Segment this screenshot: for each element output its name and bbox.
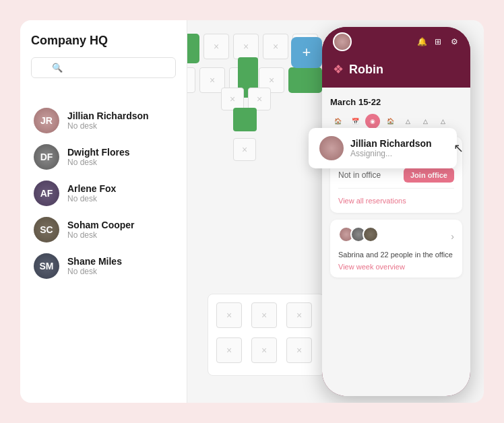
green-block-mid bbox=[233, 108, 257, 131]
assigning-tooltip: Jillian Richardson Assigning... ↖ bbox=[309, 128, 457, 168]
person-name-shane: Shane Miles bbox=[67, 256, 122, 267]
people-row: › bbox=[338, 226, 454, 247]
person-info-arlene: Arlene Fox No desk bbox=[67, 183, 116, 203]
avatar-arlene: AF bbox=[34, 181, 59, 206]
bg-x-4: × bbox=[216, 337, 242, 363]
robin-app-title: Robin bbox=[349, 63, 383, 77]
day-tab-1[interactable]: 🏠 bbox=[330, 114, 345, 129]
join-office-button[interactable]: Join office bbox=[404, 168, 454, 183]
mid-row-1: × × bbox=[221, 88, 271, 110]
bg-x-1: × bbox=[216, 302, 242, 328]
person-avatar-3 bbox=[363, 226, 379, 242]
person-list: JR Jillian Richardson No desk DF Dwight … bbox=[31, 102, 176, 284]
person-name-soham: Soham Cooper bbox=[67, 220, 135, 230]
x-cell-below: × bbox=[233, 138, 256, 161]
person-status-arlene: No desk bbox=[67, 194, 116, 203]
search-wrapper: ⌕ bbox=[31, 57, 176, 90]
bg-x-5: × bbox=[251, 337, 277, 363]
tooltip-status: Assigning... bbox=[350, 149, 432, 158]
avatar-dwight: DF bbox=[34, 144, 59, 170]
gear-icon[interactable]: ⚙ bbox=[449, 36, 460, 47]
view-reservations-link[interactable]: View all reservations bbox=[338, 197, 406, 205]
day-tab-5[interactable]: △ bbox=[400, 114, 415, 129]
people-avatars bbox=[338, 226, 375, 242]
person-name-arlene: Arlene Fox bbox=[67, 183, 116, 194]
person-info-dwight: Dwight Flores No desk bbox=[67, 147, 130, 167]
person-name-jillian: Jillian Richardson bbox=[67, 110, 149, 121]
person-name-dwight: Dwight Flores bbox=[67, 147, 130, 158]
avatar-soham: SC bbox=[34, 217, 59, 242]
day-tab-3-active[interactable]: ◉ bbox=[365, 114, 380, 129]
day-tab-2[interactable]: 📅 bbox=[348, 114, 363, 129]
x-cell-m2: × bbox=[248, 88, 271, 110]
tooltip-name: Jillian Richardson bbox=[350, 138, 432, 149]
bell-icon[interactable]: 🔔 bbox=[416, 36, 427, 47]
tooltip-avatar bbox=[319, 136, 344, 160]
date-range: March 15-22 bbox=[330, 97, 462, 107]
green-block-1 bbox=[187, 34, 199, 63]
office-status-row: Not in office Join office bbox=[338, 168, 454, 183]
day-tabs: 🏠 📅 ◉ 🏠 △ △ △ bbox=[330, 114, 462, 129]
person-info-soham: Soham Cooper No desk bbox=[67, 220, 135, 240]
bottom-grid-area: × × × × × × bbox=[208, 294, 325, 376]
bg-x-3: × bbox=[286, 302, 312, 328]
person-status-jillian: No desk bbox=[67, 121, 149, 131]
phone-top-icons: 🔔 ⊞ ⚙ bbox=[416, 36, 460, 47]
person-item-soham[interactable]: SC Soham Cooper No desk bbox=[31, 212, 176, 248]
people-chevron-icon[interactable]: › bbox=[451, 231, 454, 242]
day-tab-6[interactable]: △ bbox=[418, 114, 433, 129]
green-block-2 bbox=[288, 67, 322, 93]
person-item-arlene[interactable]: AF Arlene Fox No desk bbox=[31, 175, 176, 212]
robin-logo-icon: ❖ bbox=[333, 62, 344, 77]
add-desk-button[interactable]: + bbox=[291, 37, 322, 68]
x-cell-m1: × bbox=[221, 88, 244, 110]
not-in-office-status: Not in office bbox=[338, 170, 381, 180]
calendar-icon[interactable]: ⊞ bbox=[433, 36, 443, 47]
tooltip-info: Jillian Richardson Assigning... bbox=[350, 138, 432, 158]
divider bbox=[338, 188, 454, 189]
view-week-link[interactable]: View week overview bbox=[338, 263, 454, 271]
day-tab-4[interactable]: 🏠 bbox=[383, 114, 398, 129]
sidebar: Company HQ ⌕ JR Jillian Richardson No de… bbox=[20, 20, 187, 403]
sidebar-title: Company HQ bbox=[31, 34, 176, 48]
user-avatar-phone bbox=[333, 32, 352, 51]
people-card: › Sabrina and 22 people in the office Vi… bbox=[330, 220, 462, 278]
cursor-icon: ↖ bbox=[453, 141, 464, 156]
avatar-jillian: JR bbox=[34, 108, 59, 133]
x-cell-3: × bbox=[263, 34, 288, 59]
x-cell-1: × bbox=[203, 34, 229, 59]
search-input[interactable] bbox=[31, 57, 176, 78]
person-info-shane: Shane Miles No desk bbox=[67, 256, 122, 276]
phone-mockup: 🔔 ⊞ ⚙ ❖ Robin March 15-22 🏠 📅 ◉ 🏠 △ △ △ bbox=[322, 27, 470, 396]
person-status-dwight: No desk bbox=[67, 158, 130, 167]
avatar-shane: SM bbox=[34, 253, 59, 279]
robin-header: ❖ Robin bbox=[322, 54, 470, 88]
x-cell-5: × bbox=[187, 67, 195, 93]
phone-status-bar: 🔔 ⊞ ⚙ bbox=[322, 27, 470, 54]
person-status-shane: No desk bbox=[67, 267, 122, 276]
person-info-jillian: Jillian Richardson No desk bbox=[67, 110, 149, 131]
person-item-shane[interactable]: SM Shane Miles No desk bbox=[31, 248, 176, 284]
day-tab-7[interactable]: △ bbox=[435, 114, 450, 129]
person-item-dwight[interactable]: DF Dwight Flores No desk bbox=[31, 139, 176, 175]
person-status-soham: No desk bbox=[67, 230, 135, 240]
bg-x-6: × bbox=[286, 337, 312, 363]
main-container: Company HQ ⌕ JR Jillian Richardson No de… bbox=[20, 20, 484, 403]
person-item-jillian[interactable]: JR Jillian Richardson No desk bbox=[31, 102, 176, 139]
people-count-text: Sabrina and 22 people in the office bbox=[338, 251, 454, 259]
bg-x-2: × bbox=[251, 302, 277, 328]
x-cell-2: × bbox=[233, 34, 259, 59]
